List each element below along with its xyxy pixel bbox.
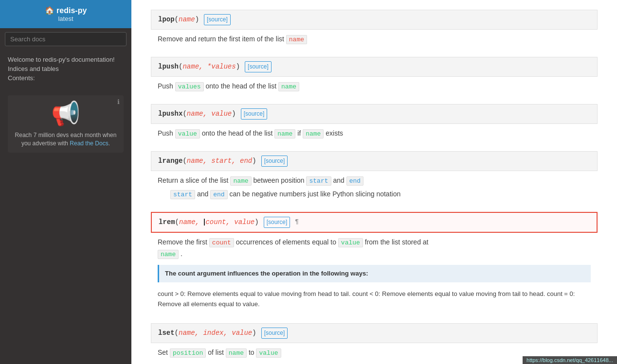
method-desc-lpush: Push values onto the head of the list na… bbox=[151, 77, 598, 92]
code-name-lset: name bbox=[226, 348, 247, 358]
method-lrem: lrem(name, count, value) [source] ¶ Remo… bbox=[151, 212, 598, 312]
sidebar-item-welcome[interactable]: Welcome to redis-py's documentation! bbox=[8, 55, 124, 64]
method-sig-lrange: lrange(name, start, end) [source] bbox=[151, 151, 598, 171]
project-name[interactable]: 🏠 redis-py bbox=[8, 6, 124, 15]
method-note-lrem: The count argument influences the operat… bbox=[158, 265, 591, 283]
code-start2-lrange: start bbox=[170, 190, 195, 199]
code-end2-lrange: end bbox=[210, 190, 227, 199]
statusbar: https://blog.csdn.net/qq_42611648... bbox=[523, 356, 617, 364]
project-version: latest bbox=[8, 15, 124, 22]
permalink-icon-lrem[interactable]: ¶ bbox=[295, 217, 299, 227]
source-link-lpop[interactable]: [source] bbox=[204, 14, 231, 25]
sidebar-ad: ℹ 📢 Reach 7 million devs each month when… bbox=[8, 95, 124, 153]
method-name-lset: lset(name, index, value) bbox=[158, 328, 256, 338]
source-link-lpushx[interactable]: [source] bbox=[241, 108, 268, 120]
method-lpushx: lpushx(name, value) [source] Push value … bbox=[151, 104, 598, 139]
code-value-lpushx: value bbox=[175, 129, 200, 139]
code-count-lrem: count bbox=[209, 238, 234, 247]
code-name: name bbox=[286, 35, 307, 44]
info-icon[interactable]: ℹ bbox=[117, 98, 120, 105]
code-name-lpush: name bbox=[278, 82, 299, 91]
method-lrange: lrange(name, start, end) [source] Return… bbox=[151, 151, 598, 200]
method-lpush: lpush(name, *values) [source] Push value… bbox=[151, 57, 598, 92]
method-sig-lset: lset(name, index, value) [source] bbox=[151, 323, 598, 343]
method-sig-lpush: lpush(name, *values) [source] bbox=[151, 57, 598, 77]
sidebar-item-indices[interactable]: Indices and tables bbox=[8, 64, 124, 73]
method-name-lpop: lpop(name) bbox=[158, 14, 199, 25]
code-end-lrange: end bbox=[346, 176, 363, 186]
main-content: lpop(name) [source] Remove and return th… bbox=[131, 0, 617, 364]
sidebar-nav: Welcome to redis-py's documentation! Ind… bbox=[0, 50, 131, 87]
code-value-lset: value bbox=[256, 348, 281, 358]
megaphone-icon: 📢 bbox=[13, 100, 119, 127]
method-desc-lpop: Remove and return the first item of the … bbox=[151, 30, 598, 45]
rtd-link[interactable]: Read the Docs bbox=[70, 140, 108, 147]
method-desc-lrem-2: name . bbox=[151, 248, 598, 260]
status-url: https://blog.csdn.net/qq_42611648... bbox=[526, 357, 613, 363]
method-name-lrange: lrange(name, start, end) bbox=[158, 156, 256, 166]
method-desc-lrange: Return a slice of the list name between … bbox=[151, 171, 598, 187]
method-sig-lrem: lrem(name, count, value) [source] ¶ bbox=[151, 212, 598, 233]
code-name-lrem: name bbox=[158, 250, 179, 259]
method-name-lpush: lpush(name, *values) bbox=[158, 61, 240, 72]
sidebar-header: 🏠 redis-py latest bbox=[0, 0, 131, 28]
code-value-lrem: value bbox=[338, 238, 363, 247]
method-desc-lrange-2: start and end can be negative numbers ju… bbox=[151, 187, 598, 200]
code-values: values bbox=[175, 82, 204, 91]
method-lset: lset(name, index, value) [source] Set po… bbox=[151, 323, 598, 359]
source-link-lrem[interactable]: [source] bbox=[264, 217, 290, 228]
sidebar-item-contents[interactable]: Contents: bbox=[8, 73, 124, 83]
method-note-body-lrem: count > 0: Remove elements equal to valu… bbox=[158, 287, 591, 312]
source-link-lset[interactable]: [source] bbox=[261, 328, 288, 339]
method-sig-lpushx: lpushx(name, value) [source] bbox=[151, 104, 598, 124]
method-desc-lrem-1: Remove the first count occurrences of el… bbox=[151, 233, 598, 248]
method-lpop: lpop(name) [source] Remove and return th… bbox=[151, 10, 598, 45]
method-desc-lpushx: Push value onto the head of the list nam… bbox=[151, 124, 598, 139]
method-name-lpushx: lpushx(name, value) bbox=[158, 108, 236, 119]
search-input[interactable] bbox=[5, 32, 127, 46]
method-sig-lpop: lpop(name) [source] bbox=[151, 10, 598, 30]
code-name-lrange: name bbox=[230, 176, 251, 186]
code-name-lpushx: name bbox=[274, 129, 295, 139]
sidebar: 🏠 redis-py latest Welcome to redis-py's … bbox=[0, 0, 131, 364]
code-position-lset: position bbox=[170, 348, 206, 358]
code-start-lrange: start bbox=[306, 176, 331, 186]
source-link-lrange[interactable]: [source] bbox=[261, 156, 288, 167]
sidebar-ad-text: Reach 7 million devs each month when you… bbox=[13, 131, 119, 148]
code-name2-lpushx: name bbox=[303, 129, 324, 139]
source-link-lpush[interactable]: [source] bbox=[245, 61, 272, 72]
method-name-lrem: lrem(name, count, value) bbox=[159, 217, 259, 227]
sidebar-search bbox=[0, 28, 131, 50]
